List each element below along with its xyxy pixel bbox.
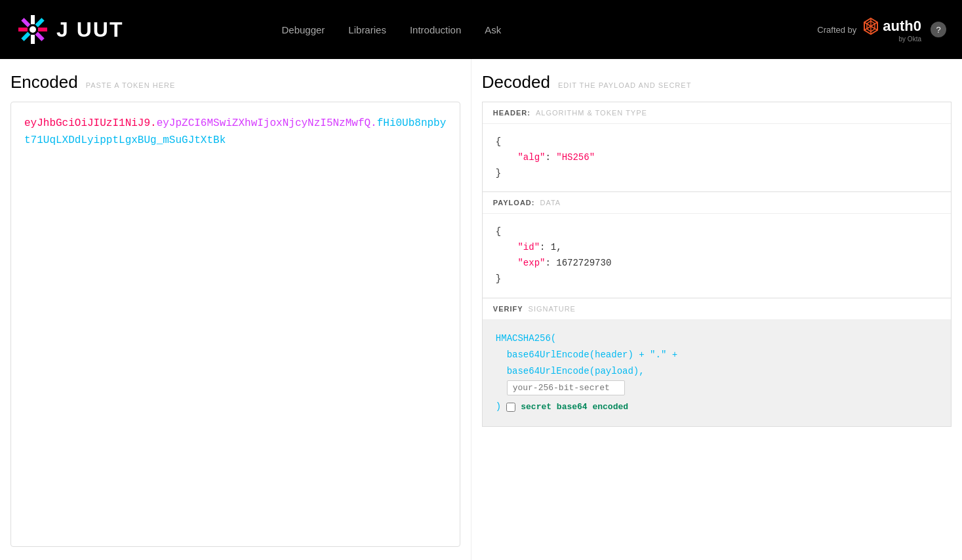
main-nav: Debugger Libraries Introduction Ask xyxy=(281,24,501,35)
decoded-title: Decoded xyxy=(482,72,550,92)
payload-section-header: PAYLOAD: DATA xyxy=(483,192,951,214)
verify-header: VERIFY SIGNATURE xyxy=(483,298,951,320)
payload-content[interactable]: { "id": 1, "exp": 1672729730 } xyxy=(483,214,951,297)
token-part2: eyJpZCI6MSwiZXhwIjoxNjcyNzI5NzMwfQ xyxy=(157,117,371,129)
verify-secret-line xyxy=(496,380,938,396)
auth0-brand: auth0 xyxy=(862,17,921,35)
payload-sublabel: DATA xyxy=(540,199,561,207)
svg-rect-1 xyxy=(35,18,45,27)
svg-rect-3 xyxy=(35,32,45,41)
nav-ask[interactable]: Ask xyxy=(485,24,501,35)
base64-row: ) secret base64 encoded xyxy=(496,399,938,415)
crafted-area: Crafted by auth0 by Okta ? xyxy=(817,17,946,43)
svg-point-8 xyxy=(30,26,36,33)
encoded-panel: Encoded PASTE A TOKEN HERE eyJhbGciOiJIU… xyxy=(0,59,471,560)
secret-input[interactable] xyxy=(507,380,625,395)
nav-debugger[interactable]: Debugger xyxy=(281,24,325,35)
payload-label: PAYLOAD: xyxy=(493,199,535,207)
token-dot2: . xyxy=(371,117,377,129)
svg-rect-5 xyxy=(21,32,30,41)
verify-line1: base64UrlEncode(header) + "." + xyxy=(496,347,938,363)
payload-section: PAYLOAD: DATA { "id": 1, "exp": 16727297… xyxy=(482,192,952,298)
verify-sublabel: SIGNATURE xyxy=(529,305,576,313)
verify-section: VERIFY SIGNATURE HMACSHA256( base64UrlEn… xyxy=(482,298,952,427)
base64-checkbox[interactable] xyxy=(506,403,515,412)
svg-rect-6 xyxy=(18,28,28,31)
header-label: HEADER: xyxy=(493,109,531,117)
verify-func-line: HMACSHA256( xyxy=(496,330,938,347)
token-dot1: . xyxy=(150,117,157,129)
encoded-title: Encoded xyxy=(10,72,78,92)
header-content[interactable]: { "alg": "HS256" } xyxy=(483,124,951,191)
svg-rect-0 xyxy=(31,15,35,24)
decoded-subtitle: EDIT THE PAYLOAD AND SECRET xyxy=(558,81,691,89)
logo-area: J UUT xyxy=(16,12,123,47)
encoded-token-box[interactable]: eyJhbGciOiJIUzI1NiJ9.eyJpZCI6MSwiZXhwIjo… xyxy=(10,102,460,547)
verify-close: ) xyxy=(496,399,501,415)
header-sublabel: ALGORITHM & TOKEN TYPE xyxy=(536,109,647,117)
main-content: Encoded PASTE A TOKEN HERE eyJhbGciOiJIU… xyxy=(0,59,962,560)
header: J UUT Debugger Libraries Introduction As… xyxy=(0,0,962,59)
verify-label: VERIFY xyxy=(493,305,523,313)
decoded-panel: Decoded EDIT THE PAYLOAD AND SECRET HEAD… xyxy=(471,59,962,560)
verify-param2: base64UrlEncode(payload), xyxy=(507,366,645,376)
svg-rect-4 xyxy=(31,35,35,44)
encoded-subtitle: PASTE A TOKEN HERE xyxy=(86,81,176,89)
decoded-panel-title: Decoded EDIT THE PAYLOAD AND SECRET xyxy=(482,72,952,92)
svg-rect-7 xyxy=(21,18,30,27)
help-button[interactable]: ? xyxy=(931,22,946,37)
encoded-panel-title: Encoded PASTE A TOKEN HERE xyxy=(10,72,460,92)
auth0-icon xyxy=(862,17,880,35)
logo-text: J UUT xyxy=(56,18,123,42)
svg-rect-2 xyxy=(38,28,47,31)
verify-func: HMACSHA256( xyxy=(496,333,556,344)
jwt-logo-icon xyxy=(16,12,50,47)
okta-label: by Okta xyxy=(862,35,921,43)
nav-introduction[interactable]: Introduction xyxy=(410,24,461,35)
crafted-by-label: Crafted by xyxy=(817,25,856,35)
auth0-logo: auth0 by Okta xyxy=(862,17,921,43)
base64-label: secret base64 encoded xyxy=(521,399,628,414)
token-part1: eyJhbGciOiJIUzI1NiJ9 xyxy=(24,117,150,129)
verify-content: HMACSHA256( base64UrlEncode(header) + ".… xyxy=(483,320,951,426)
header-section: HEADER: ALGORITHM & TOKEN TYPE { "alg": … xyxy=(482,102,952,192)
verify-line2: base64UrlEncode(payload), xyxy=(496,363,938,380)
nav-libraries[interactable]: Libraries xyxy=(348,24,386,35)
verify-param1: base64UrlEncode(header) + "." + xyxy=(507,350,677,360)
header-section-header: HEADER: ALGORITHM & TOKEN TYPE xyxy=(483,102,951,124)
